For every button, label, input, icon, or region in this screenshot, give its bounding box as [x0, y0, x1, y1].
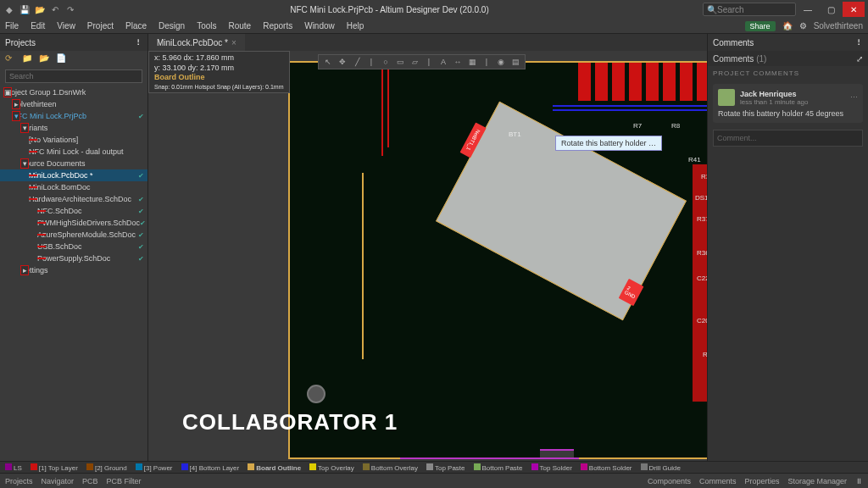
folder-open-icon[interactable]: 📂 [39, 53, 51, 65]
tree-item[interactable]: PowerSupply.SchDoc✔ [0, 252, 147, 264]
layer-tab[interactable]: [4] Bottom Layer [181, 463, 240, 472]
silk-ds1: DS1 [695, 194, 707, 202]
tool-3d-icon[interactable]: ◉ [495, 56, 507, 68]
undo-icon[interactable]: ↶ [49, 3, 61, 15]
menu-edit[interactable]: Edit [31, 21, 45, 30]
layer-tabs[interactable]: LS[1] Top Layer[2] Ground[3] Power[4] Bo… [0, 461, 868, 473]
projects-search[interactable] [5, 69, 142, 83]
layer-tab[interactable]: Top Paste [426, 463, 465, 472]
menu-tools[interactable]: Tools [197, 21, 216, 30]
tab-storage[interactable]: Storage Manager [787, 477, 847, 485]
open-icon[interactable]: 📂 [34, 3, 46, 15]
tree-item[interactable]: ▣ Project Group 1.DsnWrk [0, 86, 147, 98]
projects-panel-title: Projects [5, 38, 136, 47]
layer-tab[interactable]: LS [5, 463, 22, 472]
project-tree[interactable]: ▣ Project Group 1.DsnWrk▸ Solvethirteen▾… [0, 85, 147, 461]
tree-item[interactable]: ▾ NFC Mini Lock.PrjPcb✔ [0, 110, 147, 122]
tab-minilock[interactable]: MiniLock.PcbDoc * × [148, 34, 245, 51]
menu-window[interactable]: Window [304, 21, 335, 30]
menu-route[interactable]: Route [229, 21, 252, 30]
panel-opts-icon[interactable]: ⠇ [857, 38, 863, 47]
silk-c22: C22 [697, 274, 707, 282]
panel-menu-icon[interactable]: ⠇ [136, 38, 142, 47]
tree-item[interactable]: MiniLock.PcbDoc *✔ [0, 169, 147, 181]
comments-panel: Comments⠇ Comments (1)⤢ PROJECT COMMENTS… [707, 34, 868, 461]
folder-icon[interactable]: 📁 [22, 53, 34, 65]
layer-tab[interactable]: Drill Guide [641, 463, 681, 472]
tab-pcb[interactable]: PCB [82, 477, 98, 485]
layer-tab[interactable]: Bottom Solder [581, 463, 632, 472]
expand-icon[interactable]: ⤢ [856, 54, 863, 64]
tree-item[interactable]: NFC Mini Lock - dual output [0, 146, 147, 158]
tool-move-icon[interactable]: ✥ [337, 56, 348, 68]
add-comment-input[interactable]: Comment... [713, 130, 863, 147]
menu-reports[interactable]: Reports [263, 21, 292, 30]
menu-help[interactable]: Help [347, 21, 364, 30]
layer-tab[interactable]: Bottom Paste [474, 463, 523, 472]
refresh-icon[interactable]: ⟳ [5, 53, 17, 65]
comment-tooltip[interactable]: Rotate this battery holder … [555, 136, 662, 151]
maximize-button[interactable]: ▢ [820, 2, 842, 17]
tool-via-icon[interactable]: ○ [380, 56, 392, 68]
tool-layer-icon[interactable]: ▤ [509, 56, 521, 68]
tab-comments[interactable]: Comments [699, 477, 737, 485]
menu-design[interactable]: Design [159, 21, 185, 30]
comment-menu-icon[interactable]: ⋯ [850, 93, 858, 102]
tree-item[interactable]: ▾ Source Documents [0, 158, 147, 169]
tree-item[interactable]: MiniLock.BomDoc [0, 181, 147, 193]
layer-tab[interactable]: Board Outline [248, 463, 301, 472]
layer-tab[interactable]: [1] Top Layer [31, 463, 78, 472]
tab-properties[interactable]: Properties [744, 477, 779, 485]
tree-item[interactable]: ▾ Variants [0, 122, 147, 134]
layer-tab[interactable]: [3] Power [136, 463, 173, 472]
tool-grid-icon[interactable]: ▦ [466, 56, 478, 68]
mounting-hole [307, 385, 326, 403]
redo-icon[interactable]: ↷ [64, 3, 76, 15]
tree-item[interactable]: HardwareArchitecture.SchDoc✔ [0, 193, 147, 205]
battery-holder-bt1[interactable]: NetBT1_1 2GND [436, 102, 687, 321]
minimize-button[interactable]: — [797, 2, 819, 17]
tool-pad-icon[interactable]: ▭ [394, 56, 406, 68]
layer-tab[interactable]: Bottom Overlay [363, 463, 418, 472]
tool-route-icon[interactable]: ╱ [351, 56, 363, 68]
layer-tab[interactable]: Top Overlay [309, 463, 354, 472]
tab-components[interactable]: Components [648, 477, 691, 485]
pcb-toolbar: ↖✥╱|○▭▱|A↔▦|◉▤ [318, 54, 526, 69]
settings-icon[interactable]: ⚙ [799, 21, 807, 30]
silk-c20: C20 [697, 317, 707, 324]
tool-select-icon[interactable]: ↖ [322, 56, 334, 68]
overlay-caption: COLLABORATOR 1 [182, 409, 398, 435]
menu-file[interactable]: File [5, 21, 19, 30]
close-button[interactable]: ✕ [843, 2, 865, 17]
pause-icon[interactable]: ⏸ [855, 477, 863, 485]
tree-item[interactable]: ▸ Settings [0, 264, 147, 276]
layer-tab[interactable]: [2] Ground [86, 463, 127, 472]
tab-navigator[interactable]: Navigator [42, 477, 75, 485]
save-icon[interactable]: 💾 [19, 3, 31, 15]
tab-projects[interactable]: Projects [5, 477, 33, 485]
tab-close-icon[interactable]: × [231, 38, 236, 47]
home-icon[interactable]: 🏠 [782, 21, 793, 30]
tool-text-icon[interactable]: A [437, 56, 449, 68]
tree-item[interactable]: [No Variations] [0, 134, 147, 146]
menu-view[interactable]: View [57, 21, 75, 30]
tree-item[interactable]: NFC.SchDoc✔ [0, 205, 147, 217]
tool-dim-icon[interactable]: ↔ [452, 56, 464, 68]
tree-item[interactable]: PWMHighSideDrivers.SchDoc✔ [0, 217, 147, 229]
tree-item[interactable]: USB.SchDoc✔ [0, 241, 147, 252]
menu-place[interactable]: Place [125, 21, 147, 30]
menu-project[interactable]: Project [87, 21, 114, 30]
projects-toolbar: ⟳ 📁 📂 📄 [0, 51, 147, 68]
share-button[interactable]: Share [745, 21, 776, 31]
comment-card[interactable]: Jack Henriques less than 1 minute ago ⋯ … [713, 84, 863, 123]
tree-item[interactable]: AzureSphereModule.SchDoc✔ [0, 229, 147, 241]
global-search[interactable]: 🔍 Search [703, 3, 796, 16]
tool-poly-icon[interactable]: ▱ [409, 56, 420, 68]
layer-tab[interactable]: Top Solder [531, 463, 572, 472]
user-label[interactable]: Solvethirteen [814, 21, 863, 30]
coord-readout: x: 5.960 dx: 17.860 mm y: 33.100 dy: 2.1… [148, 51, 290, 93]
pcb-canvas[interactable]: 65 GND R7 R8 R9 R41 R42 R33 R43 [148, 51, 707, 461]
tree-item[interactable]: ▸ Solvethirteen [0, 98, 147, 110]
tab-pcbfilter[interactable]: PCB Filter [107, 477, 142, 485]
doc-icon[interactable]: 📄 [56, 53, 68, 65]
